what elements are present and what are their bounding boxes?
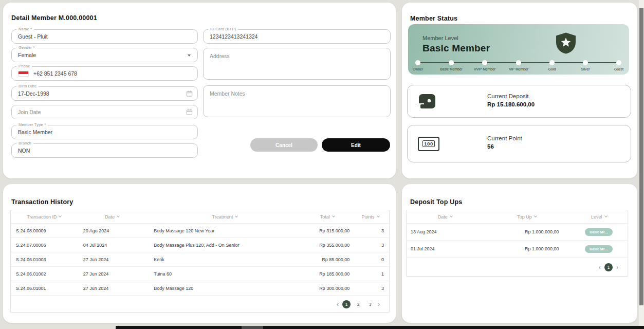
page-button-1[interactable]: 1 — [604, 263, 613, 271]
sort-icon — [604, 214, 608, 217]
id-card-field[interactable]: ID Card (KTP) 1234123413241324 — [203, 29, 391, 44]
deposit-top-ups-table: Date Top Up Level 13 Aug 2024 Rp 1.000.0… — [406, 210, 628, 277]
phone-field-value: +62 851 2345 678 — [18, 67, 184, 80]
column-header-date[interactable]: Date — [407, 214, 483, 220]
transaction-history-table: Transaction ID Date Treatment Total Poin… — [10, 210, 390, 313]
sort-icon — [450, 214, 453, 217]
sort-icon — [332, 214, 335, 217]
member-type-field-value: Basic Member — [18, 125, 184, 139]
calendar-icon[interactable] — [186, 90, 193, 97]
shield-star-icon — [556, 32, 576, 54]
page-button-2[interactable]: 2 — [354, 300, 362, 308]
level-name-silver: Silver — [572, 67, 599, 72]
current-deposit-value: Rp 15.180.600,00 — [487, 101, 535, 107]
page-button-1[interactable]: 1 — [342, 300, 351, 308]
column-header-treatment[interactable]: Treatment — [146, 214, 303, 220]
next-page-icon[interactable]: › — [378, 301, 380, 307]
deposit-top-ups-title: Deposit Top Ups — [410, 198, 462, 206]
column-header-level[interactable]: Level — [571, 214, 628, 220]
level-name-owner: Owner — [404, 67, 431, 72]
birth-date-field-value: 17-Dec-1998 — [18, 87, 184, 100]
level-dot-owner — [415, 60, 420, 65]
topups-pagination: ‹ 1 › — [407, 258, 628, 277]
current-point-card: 100 Current Point 56 — [407, 125, 631, 162]
bottom-window-edge-segment — [242, 326, 263, 329]
detail-member-panel: Detail Member M.000.00001 Name * Guest -… — [3, 3, 396, 178]
prev-page-icon[interactable]: ‹ — [337, 301, 339, 307]
vertical-scrollbar-thumb[interactable] — [639, 8, 643, 305]
level-name-guest: Guest — [605, 67, 632, 72]
cancel-button[interactable]: Cancel — [250, 138, 318, 152]
branch-field-value: NON — [18, 144, 184, 157]
transaction-history-title: Transaction History — [11, 198, 73, 206]
member-level-value: Basic Member — [422, 43, 490, 54]
detail-member-title: Detail Member M.000.00001 — [11, 14, 97, 22]
gender-field[interactable]: Gender * Female — [11, 48, 198, 62]
transaction-pagination: ‹ 1 2 3 › — [11, 296, 389, 313]
phone-field[interactable]: Phone +62 851 2345 678 — [11, 66, 198, 81]
join-date-field[interactable]: Join Date — [11, 105, 198, 119]
level-dot-gold — [549, 60, 555, 65]
member-dashboard-screen: Detail Member M.000.00001 Name * Guest -… — [0, 0, 644, 329]
member-level-label: Member Level — [422, 35, 458, 41]
column-header-transaction-id[interactable]: Transaction ID — [11, 214, 78, 220]
join-date-placeholder: Join Date — [18, 105, 184, 119]
transaction-history-panel: Transaction History Transaction ID Date … — [3, 184, 396, 323]
member-type-field[interactable]: Member Type * Basic Member — [11, 125, 198, 139]
column-header-date[interactable]: Date — [78, 214, 147, 220]
page-button-3[interactable]: 3 — [366, 300, 374, 308]
bottom-window-edge — [116, 326, 644, 329]
column-header-top-up[interactable]: Top Up — [483, 214, 570, 220]
topups-table-header: Date Top Up Level — [407, 210, 628, 224]
level-name-gold: Gold — [539, 67, 565, 72]
table-row[interactable]: 01 Jul 2024 Rp 1.000.000,00 Basic Me... — [407, 241, 628, 258]
transaction-table-header: Transaction ID Date Treatment Total Poin… — [11, 210, 389, 224]
points-100-icon: 100 — [418, 137, 439, 151]
level-dot-vvip-member — [482, 60, 487, 65]
level-name-vvip-member: VVIP Member — [471, 67, 498, 72]
table-row[interactable]: S.24.06.01003 27 Jun 2024 Kerik Rp 85.00… — [11, 252, 389, 267]
column-header-total[interactable]: Total — [303, 214, 352, 220]
level-dot-vip-member — [516, 60, 521, 65]
level-badge: Basic Me... — [585, 245, 613, 253]
next-page-icon[interactable]: › — [616, 264, 618, 270]
branch-field[interactable]: Branch NON — [11, 143, 198, 158]
address-placeholder: Address — [210, 53, 377, 59]
column-header-points[interactable]: Points — [352, 214, 389, 220]
table-row[interactable]: S.24.08.00009 20 Agu 2024 Body Massage 1… — [11, 224, 389, 238]
calendar-icon[interactable] — [186, 109, 193, 116]
level-badge: Basic Me... — [585, 228, 613, 236]
indonesia-flag-icon — [18, 71, 29, 77]
deposit-top-ups-panel: Deposit Top Ups Date Top Up Level 13 Aug… — [402, 184, 637, 323]
level-dot-basic-member — [449, 60, 454, 65]
phone-number: +62 851 2345 678 — [33, 70, 77, 77]
table-row[interactable]: 13 Aug 2024 Rp 1.000.000,00 Basic Me... — [407, 224, 628, 241]
member-notes-placeholder: Member Notes — [210, 90, 377, 97]
level-name-basic-member: Basic Member — [438, 67, 465, 72]
sort-icon — [235, 214, 238, 217]
sort-icon — [59, 214, 62, 217]
birth-date-field[interactable]: Birth Date 17-Dec-1998 — [11, 86, 198, 101]
level-dot-silver — [583, 60, 588, 65]
table-row[interactable]: S.24.06.01002 27 Jun 2024 Tuina 60 Rp 18… — [11, 267, 389, 281]
sort-icon — [117, 214, 120, 217]
name-field[interactable]: Name * Guest - Pluit — [11, 29, 198, 44]
level-name-vip-member: VIP Member — [505, 67, 532, 72]
table-row[interactable]: S.24.06.01001 27 Jun 2024 Body Massage 1… — [11, 281, 389, 296]
current-point-label: Current Point — [487, 135, 522, 141]
sort-icon — [377, 214, 380, 217]
current-point-value: 56 — [487, 143, 494, 150]
member-level-card: Member Level Basic Member Owner Basic Me… — [408, 24, 629, 75]
prev-page-icon[interactable]: ‹ — [599, 264, 601, 270]
address-field[interactable]: Address — [203, 48, 391, 80]
level-dot-guest — [616, 60, 621, 65]
id-card-field-value: 1234123413241324 — [210, 30, 377, 43]
wallet-icon — [418, 94, 436, 109]
edit-button[interactable]: Edit — [322, 138, 390, 152]
chevron-down-icon — [188, 54, 191, 57]
current-deposit-card: Current Deposit Rp 15.180.600,00 — [407, 85, 631, 118]
vertical-scrollbar-track[interactable] — [639, 0, 644, 329]
member-notes-field[interactable]: Member Notes — [203, 85, 391, 117]
sort-icon — [534, 214, 537, 217]
table-row[interactable]: S.24.07.00006 04 Jul 2024 Body Massage P… — [11, 238, 389, 252]
